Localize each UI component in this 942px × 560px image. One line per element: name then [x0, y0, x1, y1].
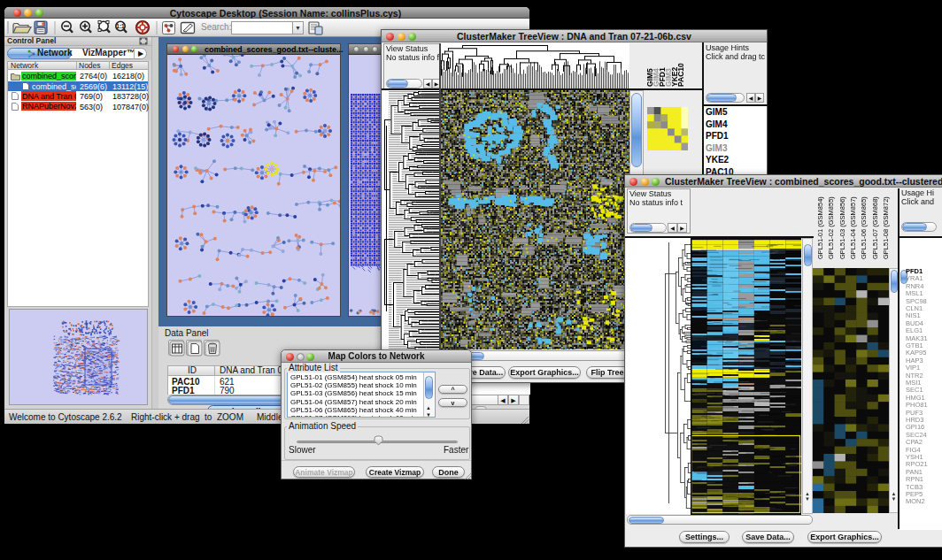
svg-text:GPL51-03 (GSM856): GPL51-03 (GSM856) [838, 196, 846, 259]
svg-text:GPL51-07 (GSM868): GPL51-07 (GSM868) [871, 196, 879, 259]
svg-text:1:1: 1:1 [116, 23, 125, 29]
svg-text:GPL51-01 (GSM854): GPL51-01 (GSM854) [816, 196, 824, 259]
svg-text:GPL51-04 (GSM857): GPL51-04 (GSM857) [849, 196, 857, 259]
svg-text:GPL51-08 (GSM872): GPL51-08 (GSM872) [882, 196, 890, 259]
svg-text:GPL51-06 (GSM865): GPL51-06 (GSM865) [860, 196, 868, 259]
svg-text:PAC10: PAC10 [676, 63, 685, 87]
svg-text:GPL51-02 (GSM855): GPL51-02 (GSM855) [827, 196, 835, 259]
